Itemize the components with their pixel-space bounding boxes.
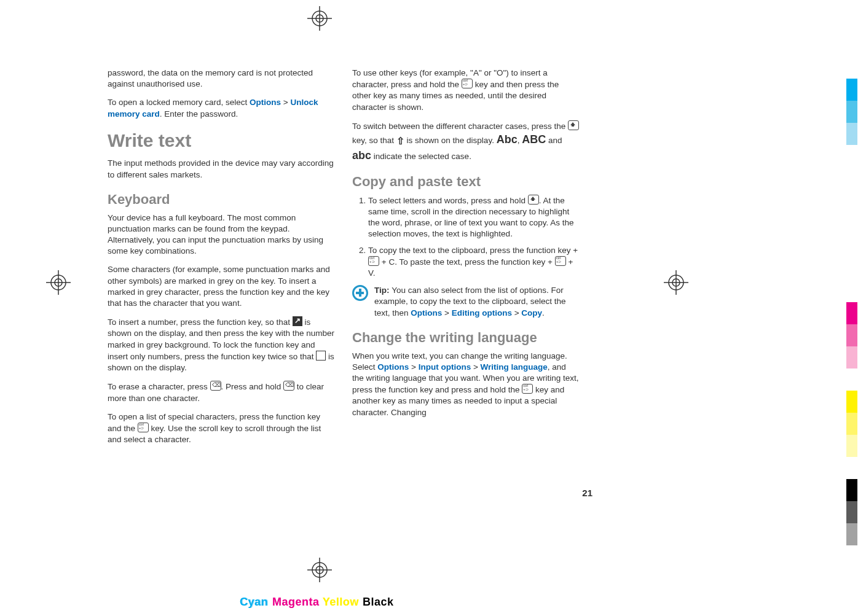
cmyk-footer: Cyan Cyan Magenta Magenta Yellow Yellow … xyxy=(240,595,393,609)
options-link: Options xyxy=(411,308,442,318)
color-swatch xyxy=(846,302,857,324)
paragraph: The input methods provided in the device… xyxy=(108,158,335,180)
paragraph: To open a locked memory card, select Opt… xyxy=(108,97,335,119)
color-swatch xyxy=(846,79,857,101)
color-swatch xyxy=(846,368,857,391)
ctrl-key-icon xyxy=(522,384,533,394)
paragraph: To erase a character, press . Press and … xyxy=(108,381,335,404)
color-swatch-strip-bottom xyxy=(846,302,857,545)
color-swatch xyxy=(846,324,857,346)
color-swatch xyxy=(846,346,857,368)
backspace-key-icon xyxy=(210,381,221,391)
tip-plus-icon xyxy=(352,285,368,301)
heading-change-writing-language: Change the writing language xyxy=(352,329,580,347)
color-swatch xyxy=(846,523,857,545)
writing-language-link: Writing language xyxy=(481,362,548,372)
registration-mark-right xyxy=(664,270,688,295)
ctrl-key-icon xyxy=(368,256,379,266)
color-swatch xyxy=(846,501,857,523)
case-abc-lower: abc xyxy=(352,149,371,162)
paragraph: To switch between the different characte… xyxy=(352,120,580,163)
left-column: password, the data on the memory card is… xyxy=(108,68,335,453)
paragraph: password, the data on the memory card is… xyxy=(108,68,335,90)
black-label: Black xyxy=(363,596,394,608)
tip-label: Tip: xyxy=(374,286,392,295)
input-options-link: Input options xyxy=(419,362,471,372)
shift-key-icon xyxy=(528,195,539,205)
paragraph: Your device has a full keyboard. The mos… xyxy=(108,212,335,257)
paragraph: To use other keys (for example, "A" or "… xyxy=(352,68,580,113)
color-swatch xyxy=(846,457,857,479)
color-swatch xyxy=(846,57,857,79)
editing-options-link: Editing options xyxy=(452,308,512,318)
color-swatch-strip-top xyxy=(846,34,857,145)
heading-copy-paste: Copy and paste text xyxy=(352,173,580,191)
paragraph: Some characters (for example, some punct… xyxy=(108,264,335,309)
color-swatch xyxy=(846,413,857,435)
ctrl-key-icon xyxy=(555,256,566,266)
ctrl-key-icon xyxy=(462,79,473,88)
case-abc-mixed: Abc xyxy=(497,133,518,146)
function-lock-indicator-icon xyxy=(316,351,326,361)
heading-write-text: Write text xyxy=(108,128,335,154)
cyan-label-overlay: Cyan xyxy=(241,596,269,608)
heading-keyboard: Keyboard xyxy=(108,190,335,209)
color-swatch xyxy=(846,34,857,57)
color-swatch xyxy=(846,391,857,413)
list-item: To select letters and words, press and h… xyxy=(368,195,580,240)
magenta-label-overlay: Magenta xyxy=(272,596,320,608)
shift-glyph-icon: ⇧ xyxy=(396,135,404,148)
registration-mark-bottom xyxy=(307,558,332,582)
copy-link: Copy xyxy=(521,308,542,318)
function-indicator-icon xyxy=(293,316,302,326)
yellow-label-overlay: Yellow xyxy=(323,596,359,608)
registration-mark-left xyxy=(46,270,71,295)
tip-block: Tip: You can also select from the list o… xyxy=(352,285,580,319)
shift-key-icon xyxy=(568,120,579,130)
right-column: To use other keys (for example, "A" or "… xyxy=(352,68,580,453)
color-swatch xyxy=(846,101,857,123)
ctrl-key-icon xyxy=(138,423,149,432)
paragraph: To insert a number, press the function k… xyxy=(108,316,335,373)
registration-mark-top xyxy=(307,6,332,31)
paragraph: When you write text, you can change the … xyxy=(352,351,580,418)
color-swatch xyxy=(846,479,857,501)
backspace-key-icon xyxy=(283,381,294,391)
color-swatch xyxy=(846,435,857,457)
ordered-list: To select letters and words, press and h… xyxy=(352,195,580,279)
list-item: To copy the text to the clipboard, press… xyxy=(368,245,580,279)
color-swatch xyxy=(846,123,857,145)
case-abc-upper: ABC xyxy=(522,133,546,146)
page-number: 21 xyxy=(582,487,592,499)
options-link: Options xyxy=(250,98,281,107)
options-link: Options xyxy=(377,362,409,372)
paragraph: To open a list of special characters, pr… xyxy=(108,411,335,446)
